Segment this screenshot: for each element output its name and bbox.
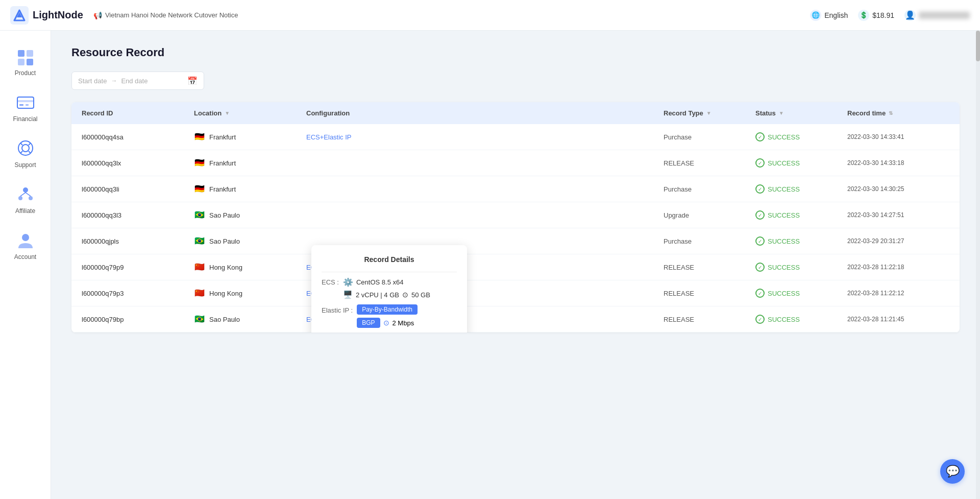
- sidebar: Product Financial: [0, 31, 51, 499]
- start-date-input[interactable]: Start date: [78, 77, 107, 85]
- record-id-cell: l600000qjpls: [82, 237, 194, 245]
- sidebar-item-product[interactable]: Product: [4, 41, 47, 82]
- username-display: [919, 12, 970, 19]
- header-status[interactable]: Status ▼: [755, 109, 847, 117]
- status-check-icon: ✓: [755, 315, 765, 324]
- date-range-filter[interactable]: Start date → End date 📅: [71, 72, 204, 90]
- status-cell: ✓ SUCCESS: [755, 289, 847, 298]
- status-label: SUCCESS: [768, 185, 800, 193]
- location-name: Frankfurt: [209, 159, 236, 167]
- time-sort-icon: ⇅: [889, 110, 893, 116]
- svg-point-12: [22, 145, 29, 152]
- record-id-cell: l600000qq3li: [82, 185, 194, 193]
- location-cell: 🇨🇳 Hong Kong: [194, 289, 306, 297]
- svg-rect-6: [27, 59, 33, 65]
- popup-disk-label: 50 GB: [411, 291, 430, 299]
- user-icon: 👤: [904, 10, 916, 21]
- status-cell: ✓ SUCCESS: [755, 210, 847, 220]
- svg-rect-10: [26, 104, 29, 106]
- flag-icon: 🇨🇳: [194, 289, 205, 297]
- sidebar-label-affiliate: Affiliate: [15, 207, 35, 215]
- record-id-cell: l600000q79bp: [82, 316, 194, 323]
- scrollbar-track[interactable]: [976, 31, 980, 499]
- scrollbar-thumb[interactable]: [976, 31, 980, 61]
- record-time-cell: 2022-03-29 20:31:27: [847, 237, 949, 245]
- status-cell: ✓ SUCCESS: [755, 132, 847, 141]
- popup-os-row: ⚙️ CentOS 8.5 x64: [343, 277, 430, 287]
- popup-bandwidth-value: 2 Mbps: [393, 319, 414, 327]
- sidebar-label-account: Account: [14, 253, 36, 260]
- status-label: SUCCESS: [768, 290, 800, 297]
- sidebar-item-account[interactable]: Account: [4, 225, 47, 266]
- table-row: l600000q79p9 🇨🇳 Hong Kong ECS+Elastic IP…: [71, 254, 960, 280]
- status-label: SUCCESS: [768, 159, 800, 167]
- sidebar-item-affiliate[interactable]: Affiliate: [4, 179, 47, 220]
- sidebar-label-financial: Financial: [13, 115, 37, 123]
- svg-rect-3: [18, 50, 24, 57]
- table-row: l600000qq3li 🇩🇪 Frankfurt Purchase ✓ SUC…: [71, 176, 960, 202]
- record-time-cell: 2022-03-28 11:22:12: [847, 290, 949, 297]
- record-id-cell: l600000qq4sa: [82, 133, 194, 141]
- end-date-input[interactable]: End date: [121, 77, 148, 85]
- svg-line-20: [20, 193, 26, 196]
- table-header: Record ID Location ▼ Configuration Recor…: [71, 102, 960, 124]
- language-label: English: [824, 11, 848, 19]
- flag-icon: 🇨🇳: [194, 263, 205, 271]
- header-record-time[interactable]: Record time ⇅: [847, 109, 949, 117]
- chat-button[interactable]: 💬: [940, 459, 965, 484]
- record-id-cell: l600000qq3l3: [82, 211, 194, 219]
- sidebar-item-support[interactable]: Support: [4, 133, 47, 174]
- header: LightNode 📢 Vietnam Hanoi Node Network C…: [0, 0, 980, 31]
- records-table: Record ID Location ▼ Configuration Recor…: [71, 102, 960, 332]
- logo[interactable]: LightNode: [10, 6, 83, 25]
- svg-line-21: [26, 193, 31, 196]
- header-configuration: Configuration: [306, 109, 664, 117]
- account-icon: [15, 230, 36, 250]
- user-menu[interactable]: 👤: [904, 10, 970, 21]
- status-cell: ✓ SUCCESS: [755, 263, 847, 272]
- config-link[interactable]: ECS+Elastic IP: [306, 133, 352, 141]
- popup-elastic-content: Pay-By-Bandwidth BGP ⊙ 2 Mbps: [357, 304, 418, 328]
- status-label: SUCCESS: [768, 316, 800, 323]
- location-cell: 🇧🇷 Sao Paulo: [194, 237, 306, 245]
- svg-rect-4: [27, 50, 33, 57]
- header-location[interactable]: Location ▼: [194, 109, 306, 117]
- type-sort-icon: ▼: [706, 110, 712, 116]
- record-time-cell: 2022-03-30 14:33:18: [847, 159, 949, 167]
- location-name: Frankfurt: [209, 133, 236, 141]
- header-notice: 📢 Vietnam Hanoi Node Network Cutover Not…: [93, 11, 810, 19]
- popup-title: Record Details: [322, 255, 457, 264]
- svg-rect-5: [18, 59, 24, 65]
- location-cell: 🇩🇪 Frankfurt: [194, 159, 306, 167]
- layout: Product Financial: [0, 0, 980, 499]
- language-selector[interactable]: 🌐 English: [810, 10, 848, 21]
- bandwidth-circle-icon: ⊙: [383, 319, 389, 327]
- location-name: Hong Kong: [209, 264, 242, 271]
- sidebar-item-financial[interactable]: Financial: [4, 87, 47, 128]
- flag-icon: 🇩🇪: [194, 185, 205, 193]
- status-cell: ✓ SUCCESS: [755, 315, 847, 324]
- record-time-cell: 2022-03-30 14:30:25: [847, 185, 949, 193]
- page-title: Resource Record: [71, 46, 960, 59]
- flag-icon: 🇧🇷: [194, 211, 205, 219]
- record-type-cell: Purchase: [664, 237, 755, 245]
- record-type-cell: Upgrade: [664, 211, 755, 219]
- table-row: l600000qjpls 🇧🇷 Sao Paulo Purchase ✓ SUC…: [71, 228, 960, 254]
- balance-display[interactable]: 💲 $18.91: [858, 10, 894, 21]
- logo-icon: [10, 6, 29, 25]
- svg-point-17: [23, 187, 28, 193]
- location-cell: 🇧🇷 Sao Paulo: [194, 315, 306, 323]
- sidebar-label-support: Support: [14, 161, 36, 169]
- product-icon: [15, 46, 36, 66]
- flag-icon: 🇩🇪: [194, 133, 205, 141]
- status-cell: ✓ SUCCESS: [755, 158, 847, 168]
- status-check-icon: ✓: [755, 184, 765, 194]
- record-type-cell: Purchase: [664, 185, 755, 193]
- popup-elastic-section: Elastic IP : Pay-By-Bandwidth BGP ⊙ 2 Mb…: [322, 304, 457, 328]
- header-record-type[interactable]: Record Type ▼: [664, 109, 755, 117]
- record-details-popup: Record Details ECS : ⚙️ CentOS 8.5 x64 🖥…: [311, 245, 467, 332]
- location-name: Sao Paulo: [209, 237, 240, 245]
- popup-elastic-label: Elastic IP :: [322, 304, 353, 314]
- svg-rect-7: [17, 97, 34, 108]
- location-cell: 🇩🇪 Frankfurt: [194, 133, 306, 141]
